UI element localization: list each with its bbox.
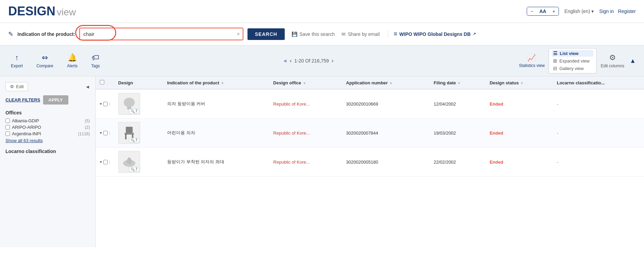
- sort-product-icon: ▾: [222, 81, 223, 85]
- table-header-row: Design Indication of the product ▾ Desig…: [96, 77, 644, 89]
- sign-in-link[interactable]: Sign in: [599, 9, 614, 14]
- office-cell: Republic of Kore...: [269, 119, 342, 148]
- row-expand-button[interactable]: ▾: [100, 101, 102, 106]
- gallery-view-button[interactable]: ⊟ Gallery view: [552, 65, 593, 72]
- product-name: 의자 등받이용 커버: [167, 101, 205, 106]
- app-number-cell: 3020020007844: [342, 119, 429, 148]
- product-name-cell: 의자 등받이용 커버: [163, 89, 269, 119]
- search-actions: 💾 Save this search ✉ Share by email ≡ WI…: [292, 30, 476, 38]
- compare-label: Compare: [37, 64, 53, 68]
- list-view-button[interactable]: ☰ List view: [552, 50, 593, 57]
- filter-albania-label: Albania-GDIP: [12, 118, 39, 123]
- svg-point-0: [124, 98, 135, 107]
- design-image[interactable]: 🔍 7: [118, 122, 140, 144]
- gear-small-icon: ⚙: [10, 84, 14, 89]
- font-increase-button[interactable]: +: [549, 7, 559, 15]
- compare-button[interactable]: ⇔ Compare: [34, 52, 56, 70]
- filter-albania: Albania-GDIP (5): [5, 118, 90, 123]
- show-all-offices-link[interactable]: Show all 63 results: [5, 138, 43, 143]
- clear-filters-button[interactable]: CLEAR FILTERS: [5, 97, 40, 102]
- status-badge: Ended: [489, 160, 503, 165]
- font-controls: − AA +: [527, 7, 559, 16]
- design-image[interactable]: 🔍 7: [118, 93, 140, 115]
- next-page-button[interactable]: ›: [332, 58, 333, 64]
- row-separator: |: [109, 160, 110, 164]
- app-number-cell: 3020020010669: [342, 89, 429, 119]
- tags-button[interactable]: 🏷 Tags: [89, 52, 103, 70]
- collapse-button[interactable]: ▲: [630, 57, 636, 65]
- row-controls-cell: ▾ |: [96, 148, 114, 177]
- select-all-checkbox[interactable]: [100, 80, 104, 84]
- offices-filter: Offices Albania-GDIP (5) ARIPO-ARIPO (2)…: [5, 110, 90, 143]
- sidebar-collapse-button[interactable]: ◄: [85, 84, 90, 89]
- save-search-button[interactable]: 💾 Save this search: [292, 31, 335, 37]
- sidebar-edit-button[interactable]: ⚙ Edit: [5, 82, 28, 91]
- share-email-button[interactable]: ✉ Share by email: [341, 31, 379, 37]
- font-decrease-button[interactable]: −: [527, 7, 537, 15]
- product-name-cell: 어린이용 의자: [163, 119, 269, 148]
- statistics-view-button[interactable]: 📈 Statistics view: [515, 52, 549, 69]
- edit-columns-button[interactable]: ⚙ Edit columns: [596, 52, 628, 70]
- app-number: 3020020010669: [346, 101, 378, 107]
- filter-aripo-label: ARIPO-ARIPO: [12, 125, 41, 130]
- row-checkbox[interactable]: [103, 160, 108, 164]
- filing-date-cell: 19/03/2002: [430, 119, 486, 148]
- pagination-label: 1-20 Of 216,759: [294, 58, 329, 64]
- office-link[interactable]: Republic of Kore...: [273, 101, 310, 107]
- apply-button[interactable]: APPLY: [43, 95, 68, 105]
- header-office[interactable]: Design office ▾: [269, 77, 342, 89]
- main-content: ⚙ Edit ◄ CLEAR FILTERS APPLY Offices Alb…: [0, 77, 644, 247]
- filing-date-cell: 22/02/2002: [430, 148, 486, 177]
- external-link-icon: ↗: [473, 32, 476, 36]
- register-link[interactable]: Register: [618, 9, 636, 14]
- export-label: Export: [11, 64, 23, 68]
- export-icon: ↑: [15, 53, 19, 62]
- filter-albania-checkbox[interactable]: [5, 119, 10, 123]
- office-link[interactable]: Republic of Kore...: [273, 130, 310, 136]
- logo: DESIGN view: [8, 4, 76, 18]
- image-count: 7: [135, 138, 137, 142]
- gear-icon: ⚙: [609, 53, 616, 62]
- table-row: ▾ | 🔍 7 등받이가 부착된 의자의 좌대 Republic of Kore…: [96, 148, 644, 177]
- header-app-number[interactable]: Application number ▾: [342, 77, 429, 89]
- prev-page-button[interactable]: ‹: [290, 58, 292, 64]
- language-selector[interactable]: English (en) ▾: [564, 9, 594, 14]
- sort-appnum-icon: ▾: [390, 81, 392, 85]
- filter-aripo-checkbox[interactable]: [5, 125, 10, 129]
- alerts-icon: 🔔: [68, 53, 77, 62]
- row-expand-button[interactable]: ▾: [100, 160, 102, 164]
- alerts-button[interactable]: 🔔 Alerts: [64, 52, 80, 70]
- search-button[interactable]: SEARCH: [247, 28, 285, 40]
- logo-design-text: DESIGN: [8, 4, 55, 18]
- edit-search-icon[interactable]: ✎: [8, 30, 13, 38]
- wipo-link[interactable]: ≡ WIPO WIPO Global Designs DB ↗: [388, 30, 476, 38]
- header-status[interactable]: Design status ▾: [485, 77, 553, 89]
- office-link[interactable]: Republic of Kore...: [273, 160, 310, 165]
- save-search-label: Save this search: [299, 31, 335, 37]
- image-count-badge: 🔍 7: [129, 167, 139, 172]
- chevron-down-icon: ▾: [591, 9, 594, 14]
- row-controls-cell: ▾ |: [96, 119, 114, 148]
- header-product[interactable]: Indication of the product ▾: [163, 77, 269, 89]
- svg-rect-4: [125, 135, 126, 139]
- design-image[interactable]: 🔍 7: [118, 151, 140, 173]
- row-checkbox[interactable]: [103, 102, 108, 106]
- filing-date: 12/04/2002: [434, 101, 456, 107]
- search-input[interactable]: [80, 28, 243, 40]
- search-clear-button[interactable]: ×: [237, 31, 240, 37]
- gallery-view-label: Gallery view: [559, 66, 583, 71]
- row-expand-button[interactable]: ▾: [100, 130, 102, 135]
- filter-argentina-checkbox[interactable]: [5, 132, 10, 136]
- first-page-button[interactable]: «: [284, 58, 287, 64]
- header-right: − AA + English (en) ▾ Sign in Register: [527, 7, 636, 16]
- row-checkbox[interactable]: [103, 131, 108, 135]
- export-button[interactable]: ↑ Export: [8, 52, 26, 70]
- table-row: ▾ | 🔍 7 의자 등받이용 커버 Republic of Kore... 3…: [96, 89, 644, 119]
- toolbar-left: ↑ Export ⇔ Compare 🔔 Alerts 🏷 Tags: [8, 52, 103, 70]
- expanded-view-button[interactable]: ⊞ Expanded view: [552, 57, 593, 64]
- font-aa-label: AA: [537, 7, 549, 15]
- list-view-label: List view: [560, 51, 578, 56]
- image-count-badge: 🔍 7: [129, 138, 139, 143]
- locarno-value: -: [557, 160, 558, 165]
- header-filing-date[interactable]: Filing date ▾: [430, 77, 486, 89]
